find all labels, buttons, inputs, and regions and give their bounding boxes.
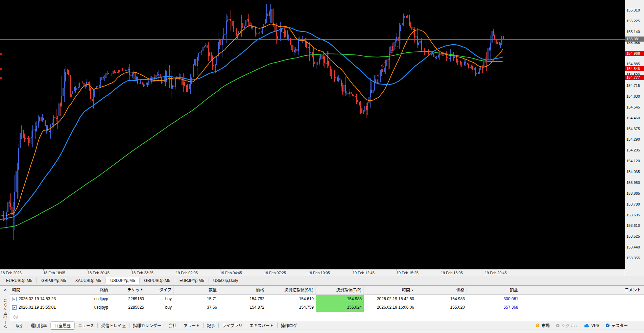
chart-tab-eurusdp-m5[interactable]: EURUSDp,M5: [2, 277, 37, 284]
bottom-tab-account-history[interactable]: 口座履歴: [51, 321, 74, 330]
column-header-close-price[interactable]: 価格: [416, 286, 467, 294]
bottom-tab-trade[interactable]: 取引: [12, 321, 27, 330]
service-tester[interactable]: テスター: [605, 323, 628, 328]
sort-ascending-icon: ▲: [411, 289, 414, 292]
price-axis-label: 153.610: [626, 223, 640, 228]
chart-tab-gbpjpyp-m5[interactable]: GBPJPYp,M5: [37, 277, 70, 284]
column-header-sl[interactable]: 決済逆指値(S/L): [266, 286, 316, 294]
mt5-terminal: 18 Feb 202618 Feb 18:0518 Feb 20:4518 Fe…: [0, 0, 644, 333]
deal-icon: [12, 297, 17, 301]
bottom-tab-company[interactable]: 会社: [165, 321, 180, 330]
time-axis-tick: [308, 269, 308, 270]
bottom-tab-inbox[interactable]: 受信トレイ11: [98, 321, 129, 330]
cell-close-price: 155.020: [416, 303, 467, 312]
time-axis-label: 19 Feb 02:05: [176, 271, 198, 275]
price-axis-label: 153.440: [626, 245, 640, 249]
bottom-tab-library[interactable]: ライブラリ: [219, 321, 246, 330]
order-price-badge[interactable]: 154.777: [625, 75, 644, 80]
price-axis-label: 153.865: [626, 191, 640, 195]
account-history-table: 時間銘柄チケットタイプ数量価格決済逆指値(S/L)決済指値(T/P)時間▲価格損…: [10, 286, 644, 330]
price-axis-label: 153.950: [626, 181, 640, 185]
bottom-tab-articles[interactable]: 記事: [204, 321, 218, 330]
bottom-tab-alerts[interactable]: アラート: [180, 321, 203, 330]
time-axis-tick: [441, 269, 441, 270]
column-header-tp[interactable]: 決済指値(T/P): [316, 286, 364, 294]
order-price-badge[interactable]: 154.966: [625, 51, 644, 56]
cell-ticket: 2269163: [110, 295, 146, 303]
price-axis-label: 154.545: [626, 105, 640, 109]
service-label: シグナル: [562, 323, 578, 328]
current-price-badge: 155.081: [625, 37, 644, 42]
column-header-ticket[interactable]: チケット: [110, 286, 146, 294]
vps-icon: [584, 324, 590, 328]
close-icon[interactable]: ✕: [3, 287, 8, 292]
cell-volume: 15.71: [174, 295, 219, 303]
cell-close-time: 2026.02.19 16:06:06: [364, 303, 416, 312]
service-vps[interactable]: VPS: [584, 323, 599, 328]
price-axis-label: 153.355: [626, 256, 640, 260]
cell-type: buy: [146, 303, 174, 312]
chart-tab-gbpusdp-m5[interactable]: GBPUSDp,M5: [140, 277, 174, 284]
price-axis-label: 155.310: [626, 8, 640, 12]
time-axis-tick: [43, 269, 44, 270]
toolbox-services: 市場シグナルVPSテスター: [535, 323, 644, 328]
price-axis-label: 155.140: [626, 30, 640, 34]
column-header-price[interactable]: 価格: [219, 286, 266, 294]
column-header-type[interactable]: タイプ: [146, 286, 174, 294]
time-axis-label: 19 Feb 18:05: [441, 271, 463, 275]
cell-type: buy: [146, 295, 174, 303]
time-axis-tick: [1, 269, 1, 270]
column-header-close-time[interactable]: 時間▲: [364, 286, 416, 294]
bottom-tab-journal[interactable]: 操作ログ: [278, 321, 301, 330]
clock-icon: [14, 315, 18, 319]
time-axis-tick: [132, 269, 132, 270]
price-axis-label: 154.885: [626, 62, 640, 66]
service-signals[interactable]: シグナル: [556, 323, 578, 328]
column-header-volume[interactable]: 数量: [174, 286, 219, 294]
chart-tab-us500p-daily[interactable]: US500p,Daily: [209, 277, 242, 284]
time-axis-tick: [176, 269, 176, 270]
price-axis-label: 153.695: [626, 213, 640, 217]
price-axis-label: 154.290: [626, 137, 640, 141]
time-axis-label: 18 Feb 18:05: [43, 271, 65, 275]
chart-tab-usdjpyp-m5[interactable]: USDJPYp,M5: [106, 277, 139, 284]
tester-icon: [605, 323, 610, 328]
price-axis[interactable]: 155.310155.225155.140155.055154.970154.8…: [625, 0, 644, 276]
time-axis-label: 18 Feb 20:45: [88, 271, 110, 275]
price-axis-label: 153.780: [626, 202, 640, 206]
column-header-profit[interactable]: 損益: [467, 286, 520, 294]
column-header-symbol[interactable]: 銘柄: [74, 286, 110, 294]
price-axis-label: 153.525: [626, 234, 640, 238]
chart-tab-bar: EURUSDp,M5GBPJPYp,M5XAUUSDp,M5USDJPYp,M5…: [0, 276, 644, 286]
cell-price: 154.872: [219, 303, 266, 312]
bottom-tab-exposure[interactable]: 運用比率: [27, 321, 50, 330]
time-axis[interactable]: 18 Feb 202618 Feb 18:0518 Feb 20:4518 Fe…: [0, 269, 625, 276]
time-axis-tick: [264, 269, 264, 270]
time-axis-tick: [353, 269, 353, 270]
price-axis-label: 154.120: [626, 159, 640, 163]
service-market[interactable]: 市場: [535, 323, 550, 328]
candlestick-chart[interactable]: [0, 0, 625, 269]
history-row[interactable]: 2026.02.19 15:55:01usdjpyp2285825buy37.6…: [10, 303, 644, 312]
history-row[interactable]: 2026.02.19 14:53:23usdjpyp2269163buy15.7…: [10, 295, 644, 303]
bottom-tab-news[interactable]: ニュース: [75, 321, 97, 330]
toolbox-sidebar: ✕ ツールボックス: [0, 286, 10, 330]
bottom-tab-experts[interactable]: エキスパート: [246, 321, 277, 330]
price-axis-label: 154.460: [626, 116, 640, 120]
column-header-time[interactable]: 時間: [10, 286, 74, 294]
time-axis-label: 19 Feb 20:45: [485, 271, 507, 275]
status-bar: [0, 330, 644, 333]
time-axis-label: 19 Feb 10:05: [308, 271, 330, 275]
cell-sl: 154.619: [266, 295, 316, 303]
chart-tab-xauusdp-m5[interactable]: XAUUSDp,M5: [71, 277, 106, 284]
order-price-badge[interactable]: 154.846: [625, 66, 644, 71]
chart-usdjpy-m5[interactable]: 18 Feb 202618 Feb 18:0518 Feb 20:4518 Fe…: [0, 0, 644, 276]
cell-symbol: usdjpyp: [74, 303, 110, 312]
cell-tp: 155.024: [316, 303, 364, 312]
column-header-comment[interactable]: コメント: [520, 286, 644, 294]
cell-volume: 37.66: [174, 303, 219, 312]
price-axis-label: 155.225: [626, 19, 640, 23]
chart-tab-eurjpyp-m5[interactable]: EURJPYp,M5: [175, 277, 209, 284]
bottom-tab-calendar[interactable]: 指標カレンダー: [129, 321, 165, 330]
time-axis-tick: [485, 269, 485, 270]
